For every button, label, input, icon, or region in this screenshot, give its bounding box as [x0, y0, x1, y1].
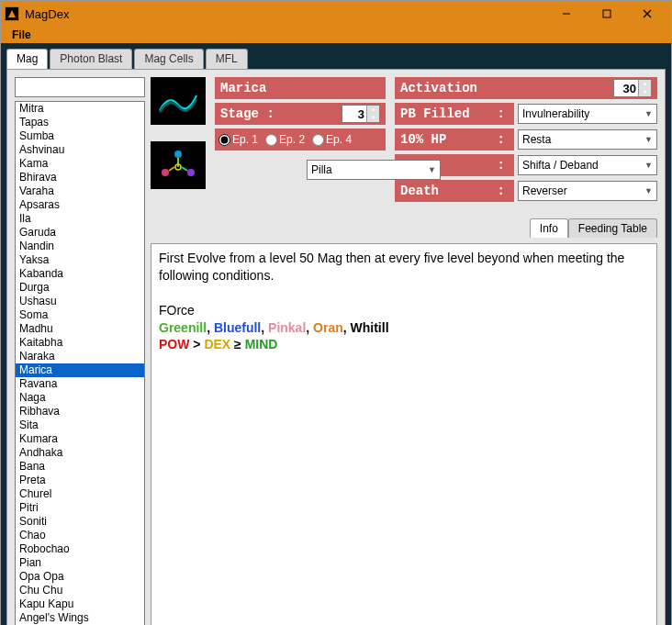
info-class: FOrce	[159, 302, 649, 319]
activation-up[interactable]: ▲	[638, 80, 651, 88]
list-item[interactable]: Churel	[16, 487, 144, 501]
tab-mag[interactable]: Mag	[6, 49, 48, 69]
list-item[interactable]: Bhirava	[16, 171, 144, 184]
mag-name-bar: Marica	[215, 77, 386, 99]
radio-ep4[interactable]: Ep. 4	[312, 133, 352, 146]
list-item[interactable]: Yaksa	[16, 253, 144, 267]
activation-down[interactable]: ▼	[638, 88, 651, 96]
info-body: First Evolve from a level 50 Mag then at…	[151, 243, 657, 625]
list-item[interactable]: Ribhava	[16, 405, 144, 419]
radio-ep2[interactable]: Ep. 2	[265, 133, 305, 146]
list-item[interactable]: Pian	[16, 556, 144, 570]
list-item[interactable]: Ravana	[16, 377, 144, 391]
list-item[interactable]: Sumba	[16, 129, 144, 143]
tab-info[interactable]: Info	[530, 218, 568, 238]
stage-label: Stage :	[220, 106, 342, 121]
activation-bar: Activation ▲▼	[395, 77, 657, 99]
list-item[interactable]: Varaha	[16, 184, 144, 198]
mag-name: Marica	[220, 81, 266, 95]
list-item[interactable]: Ushasu	[16, 295, 144, 308]
list-item[interactable]: Andhaka	[16, 446, 144, 460]
activation-value[interactable]	[614, 82, 638, 95]
info-section-ids: Greenill, Bluefull, Pinkal, Oran, Whitil…	[159, 319, 649, 337]
titlebar: MagDex	[1, 1, 671, 27]
mid-column: Marica Stage : ▲▼ Ep. 1 Ep. 2	[215, 77, 386, 206]
left-column: MitraTapasSumbaAshvinauKamaBhiravaVaraha…	[15, 77, 145, 625]
chevron-down-icon: ▼	[644, 135, 653, 144]
stage-stepper[interactable]: ▲▼	[342, 105, 380, 123]
close-button[interactable]	[627, 1, 667, 27]
activation-row-select[interactable]: Shifta / Deband▼	[518, 155, 657, 175]
list-item[interactable]: Marica	[16, 363, 144, 377]
list-item[interactable]: Kabanda	[16, 267, 144, 281]
stage-up[interactable]: ▲	[366, 106, 379, 114]
pb-select[interactable]: Pilla ▼	[307, 160, 441, 180]
info-tabs: Info Feeding Table	[530, 218, 657, 238]
maximize-button[interactable]	[587, 1, 627, 27]
tab-body: MitraTapasSumbaAshvinauKamaBhiravaVaraha…	[6, 69, 666, 625]
list-item[interactable]: Kapu Kapu	[16, 597, 144, 611]
search-input[interactable]	[15, 77, 145, 97]
list-item[interactable]: Chu Chu	[16, 584, 144, 597]
activation-row: 10% HP:Resta▼	[395, 128, 657, 151]
activation-row-label: PB Filled:	[395, 103, 514, 125]
svg-point-4	[174, 151, 182, 158]
info-stat-condition: POW > DEX ≥ MIND	[159, 336, 649, 353]
list-item[interactable]: Pitri	[16, 501, 144, 515]
list-item[interactable]: Sita	[16, 419, 144, 432]
list-item[interactable]: Naraka	[16, 350, 144, 363]
radio-ep1[interactable]: Ep. 1	[218, 133, 258, 146]
list-item[interactable]: Apsaras	[16, 198, 144, 212]
right-column: Marica Stage : ▲▼ Ep. 1 Ep. 2	[151, 77, 657, 625]
window-buttons	[546, 1, 667, 27]
svg-point-6	[187, 169, 195, 176]
list-item[interactable]: Kama	[16, 157, 144, 171]
list-item[interactable]: Robochao	[16, 542, 144, 556]
main-tabs: Mag Photon Blast Mag Cells MFL	[6, 49, 666, 69]
menu-file[interactable]: File	[6, 27, 37, 43]
content-area: Mag Photon Blast Mag Cells MFL MitraTapa…	[1, 43, 671, 625]
list-item[interactable]: Kaitabha	[16, 336, 144, 350]
list-item[interactable]: Kumara	[16, 432, 144, 446]
list-item[interactable]: Bana	[16, 460, 144, 474]
list-item[interactable]: Ashvinau	[16, 143, 144, 157]
list-item[interactable]: Madhu	[16, 322, 144, 336]
activation-row-select[interactable]: Resta▼	[518, 129, 657, 150]
stage-down[interactable]: ▼	[366, 114, 379, 122]
activation-row: Death:Reverser▼	[395, 180, 657, 202]
chevron-down-icon: ▼	[428, 165, 436, 174]
list-item[interactable]: Chao	[16, 529, 144, 542]
tab-mag-cells[interactable]: Mag Cells	[134, 49, 203, 69]
list-item[interactable]: Ila	[16, 212, 144, 226]
list-item[interactable]: Mitra	[16, 102, 144, 116]
list-item[interactable]: Preta	[16, 474, 144, 487]
activation-row-select[interactable]: Reverser▼	[518, 181, 657, 201]
tab-mfl[interactable]: MFL	[206, 49, 248, 69]
app-icon	[5, 6, 19, 21]
tab-feeding[interactable]: Feeding Table	[568, 218, 657, 238]
top-row: Marica Stage : ▲▼ Ep. 1 Ep. 2	[151, 77, 657, 206]
list-item[interactable]: Tapas	[16, 116, 144, 129]
list-item[interactable]: Nandin	[16, 240, 144, 253]
list-item[interactable]: Opa Opa	[16, 570, 144, 584]
icons-column	[151, 77, 206, 206]
list-item[interactable]: Naga	[16, 391, 144, 405]
activation-row-select[interactable]: Invulnerability▼	[518, 104, 657, 124]
activation-label: Activation	[400, 81, 477, 95]
photon-blast-icon	[151, 141, 206, 189]
list-item[interactable]: Angel's Wings	[16, 611, 144, 625]
mag-list[interactable]: MitraTapasSumbaAshvinauKamaBhiravaVaraha…	[15, 101, 145, 625]
stage-bar: Stage : ▲▼	[215, 103, 386, 125]
list-item[interactable]: Durga	[16, 281, 144, 295]
svg-rect-1	[603, 10, 610, 17]
mag-portrait-icon	[151, 77, 206, 125]
info-evolve-text: First Evolve from a level 50 Mag then at…	[159, 250, 649, 285]
tab-photon-blast[interactable]: Photon Blast	[50, 49, 132, 69]
list-item[interactable]: Soniti	[16, 515, 144, 529]
activation-stepper[interactable]: ▲▼	[613, 79, 652, 97]
minimize-button[interactable]	[546, 1, 587, 27]
list-item[interactable]: Soma	[16, 308, 144, 322]
list-item[interactable]: Garuda	[16, 226, 144, 240]
window-title: MagDex	[25, 7, 546, 21]
stage-value[interactable]	[342, 107, 366, 121]
